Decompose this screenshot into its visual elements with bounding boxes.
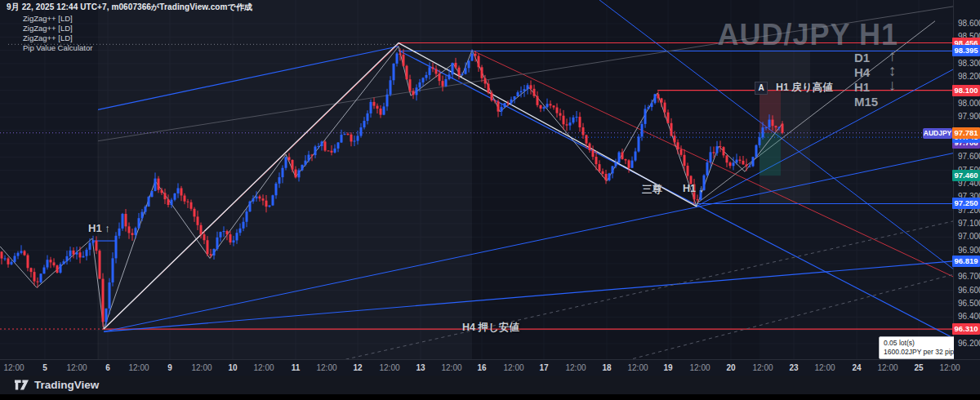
tradingview-logo-icon [15,379,29,391]
indicator-legend-item[interactable]: ZigZag++ [LD] [23,34,252,42]
time-tick-label: 18 [602,363,611,372]
time-tick-label: 12:00 [503,363,523,372]
chart-text-annotation[interactable]: H1 ↓ [683,183,704,194]
chart-legend: 9月 22, 2025 12:44 UTC+7, m0607366がTradin… [7,2,252,52]
time-tick-label: 16 [477,363,486,372]
time-tick-label: 12:00 [379,363,399,372]
chart-text-annotation[interactable]: H1 ↑ [88,222,110,234]
indicator-legend-item[interactable]: Pip Value Calculator [23,44,252,52]
time-tick-label: 5 [42,363,47,372]
time-tick-label: 12:00 [66,363,87,372]
price-tick-label: 97.900 [958,112,980,121]
price-tick-label: 96.900 [958,246,980,255]
tooltip-pip-value: 1600.02JPY per 32 pips [884,348,954,357]
price-tick-label: 97.600 [958,152,980,161]
time-tick-label: 12:00 [939,363,960,372]
timeframe-label: M15 [854,95,884,109]
chart-plot-area[interactable]: 9月 22, 2025 12:44 UTC+7, m0607366がTradin… [0,0,954,359]
time-tick-label: 12:00 [191,363,212,372]
time-tick-label: 10 [228,363,237,372]
price-level-badge: 97.250 [952,198,980,209]
price-level-badge: 96.310 [952,323,980,335]
creation-note: 9月 22, 2025 12:44 UTC+7, m0607366がTradin… [7,2,252,13]
time-tick-label: 20 [726,363,735,372]
tradingview-chart-window: 9月 22, 2025 12:44 UTC+7, m0607366がTradin… [0,0,980,400]
symbol-price-label: AUDJPY [923,128,952,139]
time-tick-label: 12:00 [689,363,710,372]
time-tick-label: 12 [353,363,362,372]
time-axis[interactable]: 12:00512:00612:00912:001012:001112:00121… [0,359,980,376]
tradingview-logo[interactable]: TradingView [15,379,99,391]
price-tick-label: 96.400 [958,312,980,321]
timeframe-label: H4 [854,65,884,79]
marker-a-badge[interactable]: A [755,82,768,95]
time-tick-label: 12:00 [877,363,898,372]
time-tick-label: 11 [292,363,301,372]
price-tick-label: 98.600 [958,19,980,28]
time-tick-label: 12:00 [3,363,24,372]
time-tick-label: 13 [416,363,425,372]
down-arrow-icon: ↓ [889,78,897,93]
footer-bar: TradingView [0,376,980,394]
price-tick-label: 98.300 [958,59,980,68]
indicator-legend-item[interactable]: ZigZag++ [LD] [23,15,252,23]
price-tick-label: 96.600 [958,286,980,295]
symbol-watermark: AUD/JPY H1 [718,18,898,52]
price-tick-label: 96.700 [958,272,980,281]
price-level-badge: 97.781 [952,127,980,139]
time-tick-label: 12:00 [441,363,461,372]
timeframe-label: H1 [854,80,884,94]
time-tick-label: 9 [167,363,172,372]
chart-text-annotation[interactable]: H1 戻り高値 [776,81,833,95]
time-tick-label: 19 [663,363,672,372]
timeframe-label: D1 [854,51,884,64]
chart-text-annotation[interactable]: H4 押し安値 [462,321,519,335]
price-tick-label: 97.000 [958,232,980,241]
time-tick-label: 12:00 [128,363,149,372]
time-tick-label: 17 [539,363,548,372]
pip-value-tooltip: 0.05 lot(s) 1600.02JPY per 32 pips [879,336,954,359]
price-level-badge: 98.395 [952,45,980,56]
time-tick-label: 12:00 [253,363,274,372]
time-tick-label: 23 [789,363,798,372]
chart-text-annotation[interactable]: 三尊 [642,183,662,197]
price-tick-label: 97.100 [958,219,980,228]
price-tick-label: 96.500 [958,299,980,308]
price-level-badge: 96.819 [952,256,980,267]
price-level-badge: 97.460 [952,170,980,181]
brand-name: TradingView [34,379,99,391]
time-tick-label: 6 [105,363,110,372]
price-level-badge: 98.100 [952,85,980,96]
price-tick-label: 98.200 [958,72,980,81]
time-tick-label: 12:00 [814,363,835,372]
indicator-legend-list: ZigZag++ [LD]ZigZag++ [LD]ZigZag++ [LD]P… [7,15,252,52]
time-tick-label: 12:00 [316,363,336,372]
price-tick-label: 98.000 [958,99,980,108]
bottom-black-bar [0,394,980,400]
tooltip-lots: 0.05 lot(s) [884,339,954,348]
time-tick-label: 12:00 [565,363,586,372]
candlestick-chart-canvas[interactable] [0,0,954,359]
time-tick-label: 12:00 [627,363,648,372]
time-tick-label: 25 [914,363,923,372]
price-tick-label: 96.200 [958,339,980,348]
time-tick-label: 12:00 [752,363,773,372]
time-tick-label: 24 [852,363,861,372]
indicator-legend-item[interactable]: ZigZag++ [LD] [23,24,252,33]
